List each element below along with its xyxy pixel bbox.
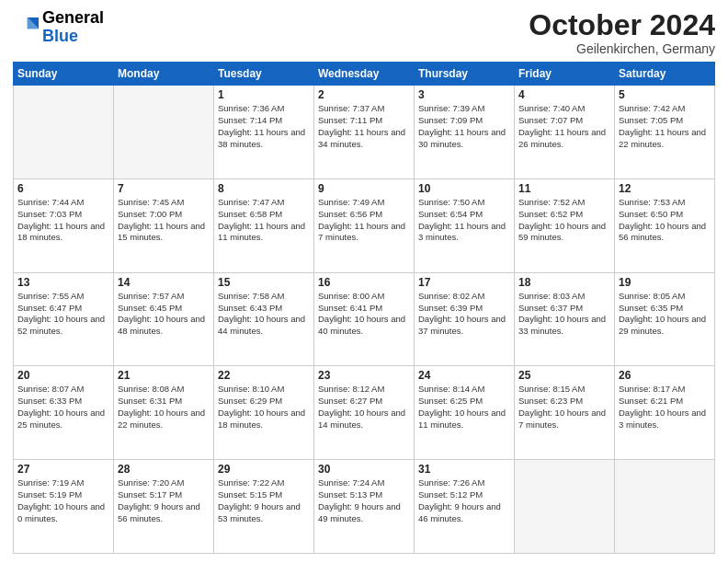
calendar-cell: 26Sunrise: 8:17 AM Sunset: 6:21 PM Dayli… bbox=[615, 366, 715, 460]
calendar-cell: 28Sunrise: 7:20 AM Sunset: 5:17 PM Dayli… bbox=[114, 460, 214, 554]
calendar-cell: 3Sunrise: 7:39 AM Sunset: 7:09 PM Daylig… bbox=[415, 86, 515, 179]
calendar-cell: 7Sunrise: 7:45 AM Sunset: 7:00 PM Daylig… bbox=[114, 178, 214, 272]
header: General Blue October 2024 Geilenkirchen,… bbox=[13, 9, 715, 56]
day-info: Sunrise: 7:45 AM Sunset: 7:00 PM Dayligh… bbox=[118, 197, 210, 244]
day-number: 17 bbox=[418, 276, 510, 289]
day-info: Sunrise: 7:19 AM Sunset: 5:19 PM Dayligh… bbox=[17, 477, 109, 524]
calendar-week-3: 20Sunrise: 8:07 AM Sunset: 6:33 PM Dayli… bbox=[14, 366, 715, 460]
day-info: Sunrise: 7:39 AM Sunset: 7:09 PM Dayligh… bbox=[418, 103, 510, 150]
day-number: 16 bbox=[318, 276, 410, 289]
calendar-header-row: SundayMondayTuesdayWednesdayThursdayFrid… bbox=[14, 63, 715, 86]
day-header-wednesday: Wednesday bbox=[314, 63, 415, 86]
day-number: 22 bbox=[218, 369, 310, 382]
logo-text: General Blue bbox=[42, 9, 104, 46]
day-number: 11 bbox=[518, 182, 610, 195]
calendar-cell: 2Sunrise: 7:37 AM Sunset: 7:11 PM Daylig… bbox=[314, 86, 415, 179]
day-info: Sunrise: 8:08 AM Sunset: 6:31 PM Dayligh… bbox=[118, 384, 210, 431]
calendar-cell: 8Sunrise: 7:47 AM Sunset: 6:58 PM Daylig… bbox=[214, 178, 314, 272]
day-number: 9 bbox=[318, 182, 410, 195]
day-number: 24 bbox=[418, 369, 510, 382]
calendar-cell: 24Sunrise: 8:14 AM Sunset: 6:25 PM Dayli… bbox=[415, 366, 515, 460]
day-number: 14 bbox=[118, 276, 210, 289]
day-info: Sunrise: 7:57 AM Sunset: 6:45 PM Dayligh… bbox=[118, 291, 210, 338]
day-number: 18 bbox=[518, 276, 610, 289]
day-number: 19 bbox=[619, 276, 711, 289]
day-info: Sunrise: 8:02 AM Sunset: 6:39 PM Dayligh… bbox=[418, 291, 510, 338]
calendar-cell: 31Sunrise: 7:26 AM Sunset: 5:12 PM Dayli… bbox=[415, 460, 515, 554]
day-info: Sunrise: 8:10 AM Sunset: 6:29 PM Dayligh… bbox=[218, 384, 310, 431]
calendar-cell: 6Sunrise: 7:44 AM Sunset: 7:03 PM Daylig… bbox=[14, 178, 114, 272]
calendar-week-0: 1Sunrise: 7:36 AM Sunset: 7:14 PM Daylig… bbox=[14, 86, 715, 179]
day-number: 4 bbox=[518, 88, 610, 101]
day-number: 3 bbox=[418, 88, 510, 101]
day-info: Sunrise: 7:55 AM Sunset: 6:47 PM Dayligh… bbox=[17, 291, 109, 338]
day-info: Sunrise: 7:53 AM Sunset: 6:50 PM Dayligh… bbox=[619, 197, 711, 244]
calendar-cell: 16Sunrise: 8:00 AM Sunset: 6:41 PM Dayli… bbox=[314, 272, 415, 366]
calendar-cell: 10Sunrise: 7:50 AM Sunset: 6:54 PM Dayli… bbox=[415, 178, 515, 272]
day-info: Sunrise: 7:22 AM Sunset: 5:15 PM Dayligh… bbox=[218, 477, 310, 524]
day-info: Sunrise: 7:36 AM Sunset: 7:14 PM Dayligh… bbox=[218, 103, 310, 150]
day-number: 20 bbox=[17, 369, 109, 382]
calendar-cell: 21Sunrise: 8:08 AM Sunset: 6:31 PM Dayli… bbox=[114, 366, 214, 460]
day-header-saturday: Saturday bbox=[615, 63, 715, 86]
day-number: 13 bbox=[17, 276, 109, 289]
day-header-tuesday: Tuesday bbox=[214, 63, 314, 86]
day-info: Sunrise: 7:20 AM Sunset: 5:17 PM Dayligh… bbox=[118, 477, 210, 524]
calendar-cell: 27Sunrise: 7:19 AM Sunset: 5:19 PM Dayli… bbox=[14, 460, 114, 554]
calendar-cell: 30Sunrise: 7:24 AM Sunset: 5:13 PM Dayli… bbox=[314, 460, 415, 554]
day-header-friday: Friday bbox=[515, 63, 615, 86]
calendar-cell: 11Sunrise: 7:52 AM Sunset: 6:52 PM Dayli… bbox=[515, 178, 615, 272]
day-info: Sunrise: 8:14 AM Sunset: 6:25 PM Dayligh… bbox=[418, 384, 510, 431]
calendar-cell bbox=[615, 460, 715, 554]
day-number: 25 bbox=[518, 369, 610, 382]
calendar-cell: 19Sunrise: 8:05 AM Sunset: 6:35 PM Dayli… bbox=[615, 272, 715, 366]
day-info: Sunrise: 8:03 AM Sunset: 6:37 PM Dayligh… bbox=[518, 291, 610, 338]
calendar-week-4: 27Sunrise: 7:19 AM Sunset: 5:19 PM Dayli… bbox=[14, 460, 715, 554]
logo-line1: General bbox=[42, 9, 104, 28]
calendar-cell: 23Sunrise: 8:12 AM Sunset: 6:27 PM Dayli… bbox=[314, 366, 415, 460]
calendar-table: SundayMondayTuesdayWednesdayThursdayFrid… bbox=[13, 62, 715, 554]
calendar-cell: 1Sunrise: 7:36 AM Sunset: 7:14 PM Daylig… bbox=[214, 86, 314, 179]
day-number: 31 bbox=[418, 463, 510, 476]
day-number: 21 bbox=[118, 369, 210, 382]
page: General Blue October 2024 Geilenkirchen,… bbox=[0, 0, 728, 563]
calendar-cell: 20Sunrise: 8:07 AM Sunset: 6:33 PM Dayli… bbox=[14, 366, 114, 460]
day-info: Sunrise: 8:17 AM Sunset: 6:21 PM Dayligh… bbox=[619, 384, 711, 431]
day-header-thursday: Thursday bbox=[415, 63, 515, 86]
day-info: Sunrise: 7:40 AM Sunset: 7:07 PM Dayligh… bbox=[518, 103, 610, 150]
title-block: October 2024 Geilenkirchen, Germany bbox=[529, 9, 715, 56]
day-info: Sunrise: 7:52 AM Sunset: 6:52 PM Dayligh… bbox=[518, 197, 610, 244]
day-header-sunday: Sunday bbox=[14, 63, 114, 86]
calendar-week-2: 13Sunrise: 7:55 AM Sunset: 6:47 PM Dayli… bbox=[14, 272, 715, 366]
calendar-cell: 9Sunrise: 7:49 AM Sunset: 6:56 PM Daylig… bbox=[314, 178, 415, 272]
day-number: 26 bbox=[619, 369, 711, 382]
day-number: 6 bbox=[17, 182, 109, 195]
day-number: 7 bbox=[118, 182, 210, 195]
day-number: 10 bbox=[418, 182, 510, 195]
calendar-cell bbox=[515, 460, 615, 554]
calendar-cell: 4Sunrise: 7:40 AM Sunset: 7:07 PM Daylig… bbox=[515, 86, 615, 179]
day-number: 23 bbox=[318, 369, 410, 382]
calendar-cell: 29Sunrise: 7:22 AM Sunset: 5:15 PM Dayli… bbox=[214, 460, 314, 554]
day-info: Sunrise: 7:44 AM Sunset: 7:03 PM Dayligh… bbox=[17, 197, 109, 244]
day-info: Sunrise: 7:50 AM Sunset: 6:54 PM Dayligh… bbox=[418, 197, 510, 244]
day-number: 30 bbox=[318, 463, 410, 476]
calendar-cell: 18Sunrise: 8:03 AM Sunset: 6:37 PM Dayli… bbox=[515, 272, 615, 366]
day-number: 15 bbox=[218, 276, 310, 289]
calendar-cell bbox=[14, 86, 114, 179]
day-info: Sunrise: 7:42 AM Sunset: 7:05 PM Dayligh… bbox=[619, 103, 711, 150]
day-info: Sunrise: 7:37 AM Sunset: 7:11 PM Dayligh… bbox=[318, 103, 410, 150]
day-info: Sunrise: 7:24 AM Sunset: 5:13 PM Dayligh… bbox=[318, 477, 410, 524]
day-info: Sunrise: 8:07 AM Sunset: 6:33 PM Dayligh… bbox=[17, 384, 109, 431]
day-number: 5 bbox=[619, 88, 711, 101]
day-info: Sunrise: 7:47 AM Sunset: 6:58 PM Dayligh… bbox=[218, 197, 310, 244]
day-header-monday: Monday bbox=[114, 63, 214, 86]
calendar-cell: 14Sunrise: 7:57 AM Sunset: 6:45 PM Dayli… bbox=[114, 272, 214, 366]
calendar-title: October 2024 bbox=[529, 9, 715, 41]
calendar-cell bbox=[114, 86, 214, 179]
calendar-cell: 17Sunrise: 8:02 AM Sunset: 6:39 PM Dayli… bbox=[415, 272, 515, 366]
day-info: Sunrise: 7:58 AM Sunset: 6:43 PM Dayligh… bbox=[218, 291, 310, 338]
day-number: 27 bbox=[17, 463, 109, 476]
calendar-cell: 5Sunrise: 7:42 AM Sunset: 7:05 PM Daylig… bbox=[615, 86, 715, 179]
calendar-subtitle: Geilenkirchen, Germany bbox=[529, 41, 715, 56]
